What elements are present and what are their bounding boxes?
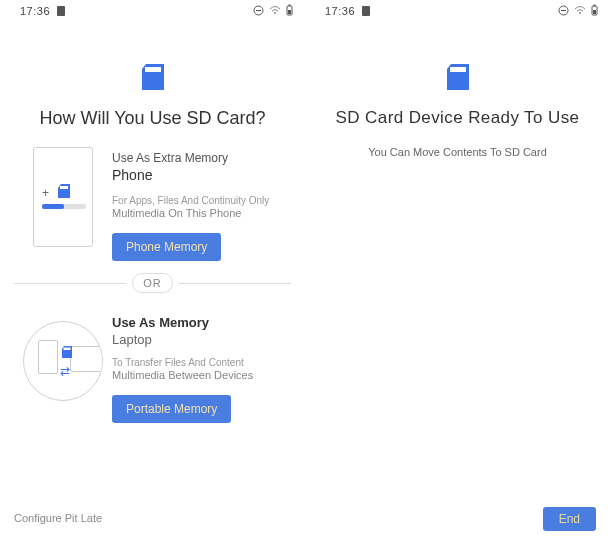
or-divider: OR (14, 273, 291, 293)
ready-message: You Can Move Contents To SD Card (305, 146, 610, 158)
status-time: 17:36 (325, 5, 355, 17)
status-time: 17:36 (20, 5, 50, 17)
option2-heading: Use As Memory (112, 315, 293, 330)
or-label: OR (132, 273, 173, 293)
svg-rect-6 (288, 10, 291, 14)
screen-setup: 17:36 How Will You Use SD Card? + (0, 0, 305, 539)
phone-memory-button[interactable]: Phone Memory (112, 233, 221, 261)
svg-rect-7 (145, 67, 161, 72)
option2-desc1: To Transfer Files And Content (112, 357, 293, 368)
svg-rect-10 (362, 6, 370, 16)
option2-sub: Laptop (112, 332, 293, 347)
dnd-icon (558, 5, 569, 18)
sd-card-icon (58, 184, 70, 198)
note-icon (361, 5, 371, 17)
svg-rect-8 (60, 186, 68, 189)
status-bar: 17:36 (0, 0, 305, 22)
option1-desc1: For Apps, Files And Continuity Only (112, 195, 293, 206)
plus-icon: + (42, 186, 49, 200)
option1-sub: Phone (112, 167, 293, 183)
option1-heading: Use As Extra Memory (112, 151, 293, 165)
page-title: SD Card Device Ready To Use (305, 108, 610, 128)
svg-rect-5 (289, 5, 291, 7)
wifi-icon (269, 5, 281, 17)
option-phone-memory: + Use As Extra Memory Phone For Apps, Fi… (0, 137, 305, 261)
svg-rect-15 (594, 5, 596, 7)
svg-rect-16 (593, 10, 596, 14)
configure-later-link[interactable]: Configure Pit Late (14, 512, 102, 524)
swap-icon: ⇄ (60, 364, 70, 378)
dnd-icon (253, 5, 264, 18)
note-icon (56, 5, 66, 17)
option2-desc2: Multimedia Between Devices (112, 369, 293, 381)
portable-illustration: ⇄ (18, 311, 108, 411)
battery-icon (591, 4, 598, 18)
svg-point-3 (274, 12, 276, 14)
battery-icon (286, 4, 293, 18)
svg-point-13 (579, 12, 581, 14)
sd-card-hero-icon (305, 64, 610, 90)
page-title: How Will You Use SD Card? (0, 108, 305, 129)
sd-card-icon (62, 344, 72, 356)
svg-rect-0 (57, 6, 65, 16)
portable-memory-button[interactable]: Portable Memory (112, 395, 231, 423)
screen-ready: 17:36 SD Card Device Ready To Use You Ca… (305, 0, 610, 539)
svg-rect-9 (64, 348, 71, 351)
sd-card-hero-icon (0, 64, 305, 90)
status-bar: 17:36 (305, 0, 610, 22)
option1-desc2: Multimedia On This Phone (112, 207, 293, 219)
svg-rect-17 (450, 67, 466, 72)
end-button[interactable]: End (543, 507, 596, 531)
option-portable-memory: ⇄ Use As Memory Laptop To Transfer Files… (0, 301, 305, 423)
phone-illustration: + (18, 147, 108, 247)
wifi-icon (574, 5, 586, 17)
